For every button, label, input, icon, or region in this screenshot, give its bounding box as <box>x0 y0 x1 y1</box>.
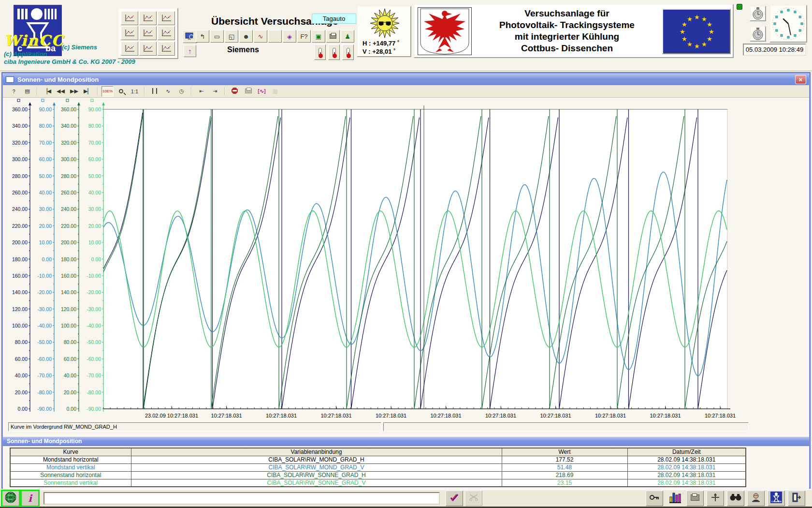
toolbar-separator <box>97 87 98 96</box>
info-icon: i <box>28 493 32 504</box>
fast-back-button[interactable]: ◀◀ <box>55 86 67 97</box>
info-button[interactable]: i <box>21 491 39 506</box>
sun-icon <box>368 8 401 40</box>
report-icon: [∿] <box>258 88 266 94</box>
zoom-area-button[interactable]: ∿ <box>162 86 174 97</box>
taskbar-mid-group <box>444 491 482 506</box>
select-button[interactable] <box>707 491 724 506</box>
curve-button[interactable]: ∿ <box>254 30 267 43</box>
siemens-label: Siemens <box>227 45 259 54</box>
globe-icon: ?????? <box>4 491 17 506</box>
nav-back-button[interactable]: ↰ <box>196 30 209 43</box>
screen: c ba WinCC (c) Siemens (c) Applikation c… <box>0 0 812 508</box>
thermometer-button-3[interactable] <box>342 45 354 60</box>
stopwatch-button-2[interactable] <box>750 26 766 42</box>
table-row[interactable]: Sonnenstand horizontalCIBA_SOLAR\RW_SONN… <box>10 471 746 479</box>
user-head-button[interactable] <box>747 491 765 506</box>
shift-left-button[interactable]: ⇤ <box>195 86 207 97</box>
wincc-logo-text: WinCC <box>4 32 64 49</box>
table-row[interactable]: Mondstand vertikalCIBA_SOLAR\RW_MOND_GRA… <box>10 463 746 471</box>
percent-scale-button[interactable]: 10E% <box>102 86 114 97</box>
ciba-copyright: ciba Ingenieure GmbH & Co. KG 2007 - 200… <box>4 58 135 65</box>
user-button[interactable]: ☻ <box>239 30 253 43</box>
plant-title-line1: Versuchsanlage für <box>475 8 659 19</box>
last-record-button[interactable]: ▶▏ <box>82 86 94 97</box>
window-chart-button[interactable]: ◱ <box>225 30 238 43</box>
thermometer-icon <box>333 48 336 57</box>
ciba-button[interactable]: cba <box>768 491 785 506</box>
search-button[interactable] <box>727 491 744 506</box>
toolbar-separator <box>37 87 38 96</box>
properties-button[interactable]: ▤ <box>21 86 33 97</box>
network-globe-button[interactable]: ?????? <box>2 491 19 506</box>
datetime-field: 05.03.2009 10:28:49 <box>743 44 806 56</box>
taskbar-right-group: cba <box>644 491 805 506</box>
confirm-edit-button[interactable] <box>446 491 463 506</box>
stopwatch-button-1[interactable] <box>750 6 766 21</box>
stop-button[interactable] <box>229 86 241 97</box>
toolbar-separator <box>224 87 225 96</box>
table-row[interactable]: Sonnenstand vertikalCIBA_SOLAR\RW_SONNE_… <box>10 479 746 487</box>
status-led <box>737 4 742 10</box>
trend-titlebar[interactable]: Sonnen- und Mondposition × <box>3 74 809 85</box>
help-button[interactable]: ? <box>8 86 20 97</box>
curve-table-titlebar: Sonnen- und Mondposition <box>3 437 809 446</box>
blank-button[interactable] <box>268 30 282 43</box>
status-bar-right <box>383 422 749 431</box>
direct-help-button[interactable]: F? <box>297 30 311 43</box>
table-row[interactable]: Mondstand horizontalCIBA_SOLAR\RW_MOND_G… <box>10 456 746 463</box>
trend-screen-button-4[interactable] <box>121 26 138 40</box>
report-button[interactable]: [∿] <box>256 86 268 97</box>
crosshair-icon <box>710 493 720 504</box>
trend-screen-button-7[interactable] <box>121 42 138 56</box>
svg-text:c: c <box>771 500 773 503</box>
timebase-button[interactable]: ◷ <box>175 86 188 97</box>
chart-panel <box>3 98 809 494</box>
trend-screen-button-2[interactable] <box>139 11 157 25</box>
exit-button[interactable] <box>788 491 805 506</box>
page-button[interactable]: ▭ <box>210 30 224 43</box>
command-input[interactable] <box>44 492 440 505</box>
eu-star: ★ <box>687 15 693 23</box>
magnifier-button[interactable] <box>115 86 127 97</box>
one-to-one-button[interactable]: 1:1 <box>129 86 141 97</box>
trend-screen-button-8[interactable] <box>139 42 157 56</box>
analog-clock <box>769 5 807 43</box>
statistics-icon[interactable] <box>666 491 683 506</box>
trend-window-title: Sonnen- und Mondposition <box>17 76 795 83</box>
trend-screen-button-5[interactable] <box>139 26 157 40</box>
door-icon <box>792 492 801 505</box>
thermometer-button-1[interactable] <box>314 45 326 60</box>
magnifier-icon <box>119 89 123 94</box>
print-button[interactable] <box>326 30 340 43</box>
preview-monitor-button[interactable] <box>183 30 197 43</box>
up-arrow-button[interactable]: ↑ <box>184 45 196 57</box>
help-book-button[interactable]: ◈ <box>283 30 296 43</box>
trend-screen-button-3[interactable] <box>158 11 175 25</box>
sun-tracker-widget[interactable]: H : +149,77 ° V : +28,01 ° <box>357 6 411 57</box>
curve-table: KurveVariablenanbindungWertDatum/ZeitMon… <box>10 448 746 487</box>
trend-window: Sonnen- und Mondposition × ?▤▕◀◀◀▶▶▶▏10E… <box>1 72 811 489</box>
ruler-button[interactable] <box>148 86 160 97</box>
fast-forward-button[interactable]: ▶▶ <box>68 86 80 97</box>
login-button[interactable]: ♟ <box>341 30 354 43</box>
shift-right-button[interactable]: ⇥ <box>209 86 221 97</box>
table-header: Wert <box>502 448 627 456</box>
first-record-button[interactable]: ▕◀ <box>41 86 53 97</box>
key-button[interactable] <box>646 491 663 506</box>
close-button[interactable]: × <box>795 75 806 84</box>
table-header: Variablenanbindung <box>131 448 502 456</box>
status-bar-left: Kurve im Vordergrund RW_MOND_GRAD_H <box>8 422 381 431</box>
print-button[interactable] <box>242 86 254 97</box>
export-button[interactable]: ▥ <box>269 86 281 97</box>
trend-screen-button-1[interactable] <box>121 11 138 25</box>
trend-screen-button-6[interactable] <box>158 26 175 40</box>
cut-button[interactable] <box>465 491 482 506</box>
runtime-button[interactable]: ▣ <box>312 30 325 43</box>
print-button[interactable] <box>686 491 704 506</box>
trend-screen-button-9[interactable] <box>158 42 175 56</box>
thermometer-button-2[interactable] <box>328 45 340 60</box>
toolbar-separator <box>191 87 192 96</box>
svg-text:???: ??? <box>7 494 13 497</box>
svg-text:ba: ba <box>778 500 782 503</box>
